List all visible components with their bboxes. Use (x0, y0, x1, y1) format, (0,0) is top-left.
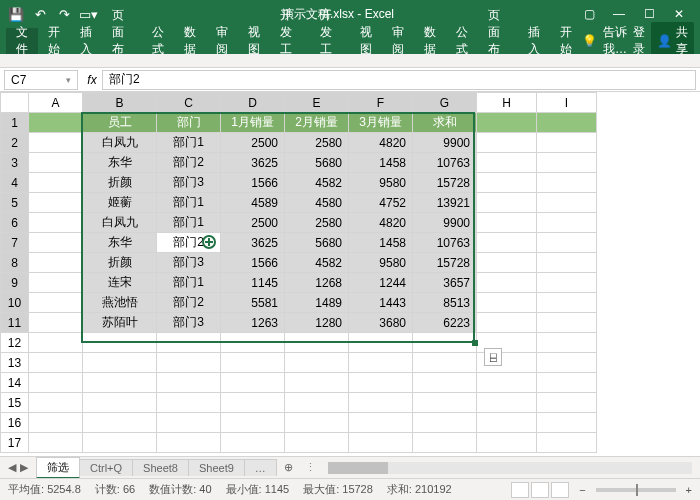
tell-me-text[interactable]: 告诉我… (603, 24, 627, 58)
cell-F3[interactable]: 1458 (349, 153, 413, 173)
cell-F17[interactable] (349, 433, 413, 453)
cell-F6[interactable]: 4820 (349, 213, 413, 233)
cell-F11[interactable]: 3680 (349, 313, 413, 333)
cell-G9[interactable]: 3657 (413, 273, 477, 293)
cell-D8[interactable]: 1566 (221, 253, 285, 273)
cell-G3[interactable]: 10763 (413, 153, 477, 173)
cell-D17[interactable] (221, 433, 285, 453)
cell-E14[interactable] (285, 373, 349, 393)
cell-C2[interactable]: 部门1 (157, 133, 221, 153)
cell-A7[interactable] (29, 233, 83, 253)
cell-H4[interactable] (477, 173, 537, 193)
cell-B6[interactable]: 白凤九 (83, 213, 157, 233)
cell-A9[interactable] (29, 273, 83, 293)
row-header-8[interactable]: 8 (1, 253, 29, 273)
scrollbar-thumb[interactable] (328, 462, 388, 474)
row-header-12[interactable]: 12 (1, 333, 29, 353)
cell-E8[interactable]: 4582 (285, 253, 349, 273)
cell-H16[interactable] (477, 413, 537, 433)
cell-E1[interactable]: 2月销量 (285, 113, 349, 133)
cell-G6[interactable]: 9900 (413, 213, 477, 233)
cell-E6[interactable]: 2580 (285, 213, 349, 233)
row-header-14[interactable]: 14 (1, 373, 29, 393)
cell-H8[interactable] (477, 253, 537, 273)
cell-E2[interactable]: 2580 (285, 133, 349, 153)
cell-B13[interactable] (83, 353, 157, 373)
sheet-nav[interactable]: ◀▶ (0, 461, 36, 474)
cell-H1[interactable] (477, 113, 537, 133)
col-header-I[interactable]: I (537, 93, 597, 113)
cell-A6[interactable] (29, 213, 83, 233)
cell-E12[interactable] (285, 333, 349, 353)
tab-页面布局[interactable]: 页面布局 (478, 28, 518, 54)
cell-E7[interactable]: 5680 (285, 233, 349, 253)
cell-E5[interactable]: 4580 (285, 193, 349, 213)
cell-B17[interactable] (83, 433, 157, 453)
zoom-in-icon[interactable]: + (686, 484, 692, 496)
sheet-tab-Ctrl+Q[interactable]: Ctrl+Q (79, 459, 133, 476)
cell-H11[interactable] (477, 313, 537, 333)
maximize-icon[interactable]: ☐ (640, 7, 658, 21)
cell-I11[interactable] (537, 313, 597, 333)
cell-H9[interactable] (477, 273, 537, 293)
cell-G17[interactable] (413, 433, 477, 453)
row-header-17[interactable]: 17 (1, 433, 29, 453)
cell-I15[interactable] (537, 393, 597, 413)
tab-数据[interactable]: 数据 (174, 28, 206, 54)
cell-C5[interactable]: 部门1 (157, 193, 221, 213)
cell-I1[interactable] (537, 113, 597, 133)
tab-视图[interactable]: 视图 (350, 28, 382, 54)
sheet-nav-prev-icon[interactable]: ◀ (8, 461, 16, 474)
cell-H15[interactable] (477, 393, 537, 413)
cell-I8[interactable] (537, 253, 597, 273)
cell-B2[interactable]: 白凤九 (83, 133, 157, 153)
cell-B7[interactable]: 东华 (83, 233, 157, 253)
cell-A13[interactable] (29, 353, 83, 373)
col-header-A[interactable]: A (29, 93, 83, 113)
cell-G4[interactable]: 15728 (413, 173, 477, 193)
row-header-13[interactable]: 13 (1, 353, 29, 373)
cell-D6[interactable]: 2500 (221, 213, 285, 233)
cell-A15[interactable] (29, 393, 83, 413)
tab-页面布局[interactable]: 页面布局 (102, 28, 142, 54)
sheet-nav-next-icon[interactable]: ▶ (20, 461, 28, 474)
cell-D9[interactable]: 1145 (221, 273, 285, 293)
cell-B14[interactable] (83, 373, 157, 393)
cell-B4[interactable]: 折颜 (83, 173, 157, 193)
cell-F2[interactable]: 4820 (349, 133, 413, 153)
cell-D13[interactable] (221, 353, 285, 373)
sheet-tab-Sheet9[interactable]: Sheet9 (188, 459, 245, 476)
cell-G13[interactable] (413, 353, 477, 373)
cell-G12[interactable] (413, 333, 477, 353)
cell-B11[interactable]: 苏陌叶 (83, 313, 157, 333)
tab-公式[interactable]: 公式 (446, 28, 478, 54)
cell-F14[interactable] (349, 373, 413, 393)
cell-C6[interactable]: 部门1 (157, 213, 221, 233)
cell-D5[interactable]: 4589 (221, 193, 285, 213)
view-buttons[interactable] (511, 482, 569, 498)
cell-C17[interactable] (157, 433, 221, 453)
chevron-down-icon[interactable]: ▾ (66, 75, 71, 85)
col-header-H[interactable]: H (477, 93, 537, 113)
cell-B5[interactable]: 姬蘅 (83, 193, 157, 213)
cell-F12[interactable] (349, 333, 413, 353)
cell-F8[interactable]: 9580 (349, 253, 413, 273)
zoom-out-icon[interactable]: − (579, 484, 585, 496)
cell-I9[interactable] (537, 273, 597, 293)
cell-F4[interactable]: 9580 (349, 173, 413, 193)
cell-I16[interactable] (537, 413, 597, 433)
row-header-6[interactable]: 6 (1, 213, 29, 233)
cell-H2[interactable] (477, 133, 537, 153)
col-header-E[interactable]: E (285, 93, 349, 113)
add-sheet-button[interactable]: ⊕ (276, 461, 301, 474)
row-header-3[interactable]: 3 (1, 153, 29, 173)
cell-I10[interactable] (537, 293, 597, 313)
col-header-F[interactable]: F (349, 93, 413, 113)
new-file-icon[interactable]: ▭▾ (80, 6, 96, 22)
cell-D15[interactable] (221, 393, 285, 413)
cell-B10[interactable]: 燕池悟 (83, 293, 157, 313)
cell-D1[interactable]: 1月销量 (221, 113, 285, 133)
cell-G15[interactable] (413, 393, 477, 413)
quick-analysis-button[interactable]: ⌸ (484, 348, 502, 366)
cell-H3[interactable] (477, 153, 537, 173)
